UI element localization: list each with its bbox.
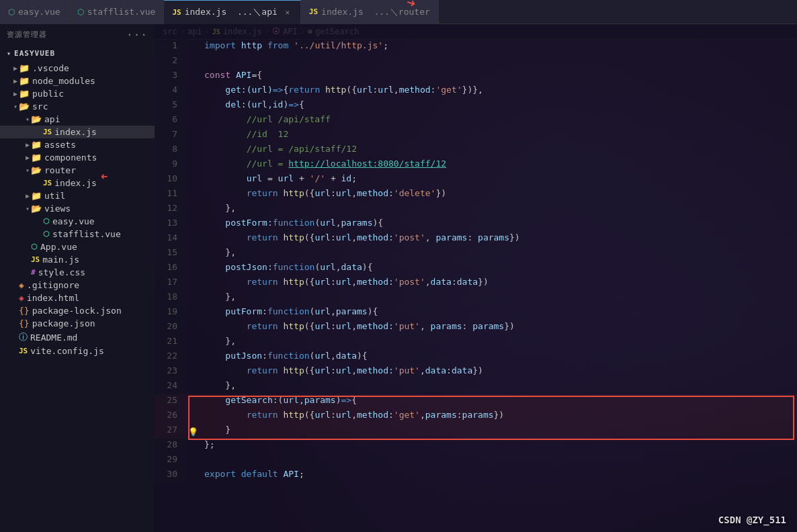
- line-content: return http({url:url,method:'put',data:d…: [202, 365, 797, 380]
- js-icon: JS: [212, 28, 220, 36]
- sidebar-item-style-css[interactable]: # style.css: [0, 266, 155, 279]
- sidebar-menu-icon[interactable]: ···: [126, 28, 148, 41]
- sidebar-item-gitignore[interactable]: ◈ .gitignore: [0, 279, 155, 292]
- breadcrumb-sep: ›: [205, 27, 210, 36]
- code-line-18: 18 },: [155, 291, 797, 306]
- md-icon: ⓘ: [19, 331, 28, 343]
- vue-icon: ⬡: [43, 230, 50, 238]
- tab-close-button[interactable]: ✕: [283, 7, 292, 17]
- line-num: 20: [155, 320, 188, 335]
- sidebar-item-router-index-js[interactable]: JS index.js: [0, 177, 155, 189]
- code-line-8: 8 //url = /api/staff/12: [155, 143, 797, 158]
- sidebar-item-app-vue[interactable]: ⬡ App.vue: [0, 240, 155, 253]
- folder-icon: 📁: [31, 140, 42, 150]
- vue-icon: ⬡: [31, 242, 38, 251]
- tab-label: easy.vue: [18, 7, 60, 17]
- item-label: src: [32, 101, 155, 112]
- line-content: },: [202, 202, 797, 217]
- sidebar-item-vite-config-js[interactable]: JS vite.config.js: [0, 345, 155, 357]
- sidebar-item-stafflist-vue[interactable]: ⬡ stafflist.vue: [0, 228, 155, 240]
- line-num: 24: [155, 380, 188, 394]
- line-num: 28: [155, 439, 188, 453]
- breadcrumb-sep: ›: [300, 27, 305, 36]
- js-icon: JS: [43, 179, 52, 187]
- item-label: assets: [44, 140, 155, 150]
- sidebar-item-assets[interactable]: ▶ 📁 assets: [0, 138, 155, 151]
- git-icon: ◈: [19, 280, 24, 290]
- folder-icon: 📁: [19, 63, 30, 73]
- line-num: 4: [155, 84, 188, 99]
- line-content: },: [202, 247, 797, 261]
- code-line-6: 6 //url /api/staff: [155, 114, 797, 128]
- chevron-right-icon: ▶: [13, 90, 17, 97]
- chevron-down-icon: ▾: [7, 50, 11, 57]
- item-label: main.js: [42, 255, 155, 265]
- sidebar-item-index-html[interactable]: ◈ index.html: [0, 292, 155, 304]
- sidebar-item-package-json[interactable]: {} package.json: [0, 317, 155, 330]
- sidebar-item-readme-md[interactable]: ⓘ README.md: [0, 330, 155, 345]
- line-content: //url = /api/staff/12: [202, 143, 797, 158]
- sidebar-item-main-js[interactable]: JS main.js: [0, 253, 155, 266]
- item-label: vite.config.js: [30, 346, 155, 356]
- tab-stafflist-vue[interactable]: ⬡ stafflist.vue: [69, 0, 165, 24]
- chevron-right-icon: ▶: [13, 77, 17, 85]
- tab-label: index.js ...＼router: [321, 6, 430, 18]
- line-num: 26: [155, 409, 188, 424]
- line-num: 12: [155, 202, 188, 217]
- chevron-down-icon: ▾: [13, 103, 17, 110]
- line-content: const API={: [202, 69, 797, 84]
- line-content: getSearch:(url,params)=>{: [202, 394, 797, 409]
- sidebar-item-api-index-js[interactable]: JS index.js: [0, 126, 155, 138]
- code-line-5: 5 del:(url,id)=>{: [155, 99, 797, 114]
- sidebar-item-components[interactable]: ▶ 📁 components: [0, 151, 155, 164]
- line-content: };: [202, 439, 797, 453]
- line-content: //id 12: [202, 128, 797, 143]
- line-num: 5: [155, 99, 188, 114]
- explorer-root[interactable]: ▾ EASYVUEB: [0, 45, 155, 62]
- sidebar-item-util[interactable]: ▶ 📁 util: [0, 189, 155, 202]
- sidebar-item-easy-vue[interactable]: ⬡ easy.vue: [0, 215, 155, 228]
- code-line-3: 3 const API={: [155, 69, 797, 84]
- code-editor[interactable]: 1 import http from '../util/http.js'; 2 …: [155, 40, 797, 532]
- chevron-down-icon: ▾: [26, 167, 30, 174]
- json-icon: {}: [19, 318, 30, 328]
- tab-label: index.js ...＼api: [185, 6, 278, 18]
- code-line-28: 28 };: [155, 439, 797, 453]
- chevron-down-icon: ▾: [26, 116, 30, 123]
- code-line-29: 29: [155, 453, 797, 468]
- sidebar-item-node-modules[interactable]: ▶ 📁 node_modules: [0, 75, 155, 87]
- code-line-27-highlight: 27 💡 }: [155, 424, 797, 439]
- sidebar-item-vscode[interactable]: ▶ 📁 .vscode: [0, 62, 155, 75]
- line-num: 22: [155, 350, 188, 365]
- line-content: putForm:function(url,params){: [202, 306, 797, 320]
- line-num: 7: [155, 128, 188, 143]
- sidebar-item-public[interactable]: ▶ 📁 public: [0, 87, 155, 100]
- sidebar-item-router[interactable]: ▾ 📂 router: [0, 164, 155, 177]
- tab-index-api[interactable]: JS index.js ...＼api ✕: [164, 0, 300, 24]
- line-content: },: [202, 335, 797, 350]
- vue-icon: ⬡: [43, 217, 50, 226]
- breadcrumb-index-js: index.js: [223, 27, 262, 36]
- sidebar-item-views[interactable]: ▾ 📂 views: [0, 202, 155, 215]
- sidebar-item-src[interactable]: ▾ 📂 src: [0, 100, 155, 113]
- html-icon: ◈: [19, 293, 24, 303]
- func-icon: ⊕: [308, 27, 312, 36]
- tab-easy-vue[interactable]: ⬡ easy.vue: [0, 0, 69, 24]
- line-content: //url = http://localhost:8080/staff/12: [202, 158, 797, 173]
- sidebar-item-package-lock-json[interactable]: {} package-lock.json: [0, 304, 155, 317]
- line-content: url = url + '/' + id;: [202, 173, 797, 187]
- line-content: return http({url:url,method:'post', para…: [202, 232, 797, 247]
- item-label: package.json: [32, 318, 155, 328]
- line-content: del:(url,id)=>{: [202, 99, 797, 114]
- sidebar-item-api[interactable]: ▾ 📂 api: [0, 113, 155, 126]
- line-content: },: [202, 380, 797, 394]
- line-content: }: [202, 424, 797, 439]
- line-content: },: [202, 291, 797, 306]
- chevron-right-icon: ▶: [26, 154, 30, 161]
- tab-index-router[interactable]: JS index.js ...＼router: [301, 0, 439, 24]
- line-content: return http({url:url,method:'get',params…: [202, 409, 797, 424]
- js-icon: JS: [309, 7, 318, 16]
- line-num: 17: [155, 276, 188, 291]
- item-label: components: [44, 152, 155, 163]
- tab-label: stafflist.vue: [87, 7, 156, 17]
